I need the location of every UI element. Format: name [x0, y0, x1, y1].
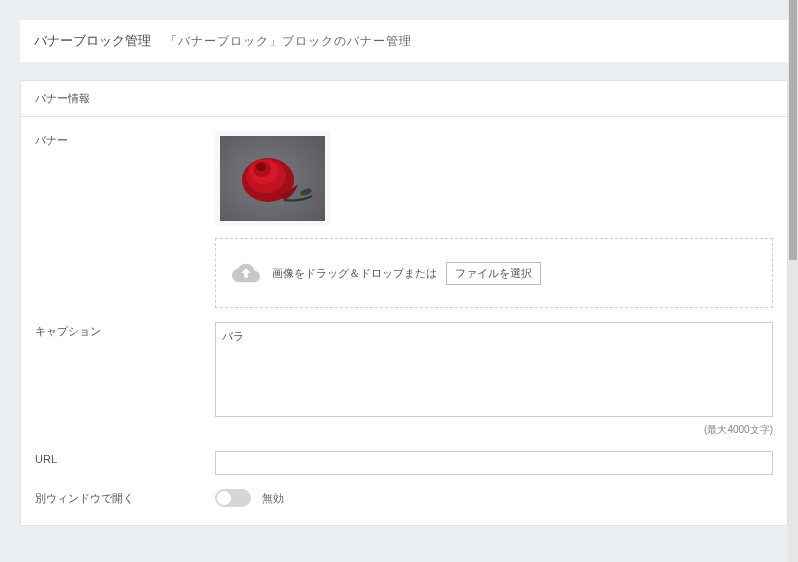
label-banner: バナー: [35, 131, 215, 148]
label-newwindow: 別ウィンドウで開く: [35, 489, 215, 506]
dropzone-text: 画像をドラッグ＆ドロップまたは: [272, 267, 437, 279]
caption-input[interactable]: [215, 322, 773, 417]
page-header: バナーブロック管理 「バナーブロック」ブロックのバナー管理: [20, 20, 788, 62]
caption-hint: (最大4000文字): [215, 423, 773, 437]
newwindow-toggle-label: 無効: [262, 492, 284, 504]
rose-image: [220, 136, 325, 221]
url-input[interactable]: [215, 451, 773, 475]
scrollbar-thumb[interactable]: [789, 0, 797, 260]
page-subtitle: 「バナーブロック」ブロックのバナー管理: [165, 34, 412, 48]
upload-icon: [232, 259, 260, 287]
page-title: バナーブロック管理: [34, 33, 151, 48]
file-select-button[interactable]: ファイルを選択: [446, 262, 541, 285]
label-url: URL: [35, 451, 215, 465]
svg-point-6: [256, 163, 266, 171]
panel-title: バナー情報: [21, 81, 787, 117]
label-caption: キャプション: [35, 322, 215, 339]
upload-dropzone[interactable]: 画像をドラッグ＆ドロップまたは ファイルを選択: [215, 238, 773, 308]
banner-info-panel: バナー情報 バナー: [20, 80, 788, 526]
scrollbar-track[interactable]: [788, 0, 798, 562]
banner-thumbnail[interactable]: [215, 131, 330, 226]
newwindow-toggle[interactable]: [215, 489, 251, 507]
